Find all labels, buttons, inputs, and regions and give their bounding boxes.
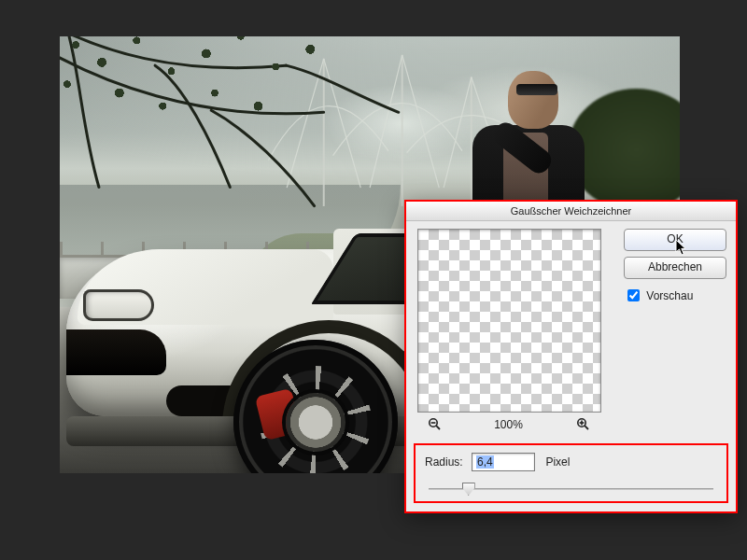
zoom-level: 100% [467,418,551,431]
cancel-button[interactable]: Abbrechen [624,257,726,279]
headlight [83,289,154,321]
preview-checkbox[interactable]: Vorschau [624,287,693,304]
zoom-out-icon[interactable] [428,417,441,433]
sunglasses-icon [516,84,557,95]
radius-slider[interactable] [429,483,713,496]
svg-line-4 [585,426,588,429]
svg-line-1 [436,426,440,429]
radius-unit: Pixel [545,455,570,469]
radius-input[interactable]: 6,4 [472,453,535,471]
ok-button[interactable]: OK [624,229,726,251]
radius-group: Radius: 6,4 Pixel [414,443,728,503]
zoom-in-icon[interactable] [576,417,589,433]
filter-preview[interactable] [417,229,601,413]
radius-label: Radius: [425,455,463,469]
preview-checkbox-label: Vorschau [646,289,693,302]
preview-checkbox-input[interactable] [627,289,640,301]
dialog-title: Gaußscher Weichzeichner [406,202,736,221]
slider-thumb[interactable] [462,483,475,496]
gaussian-blur-dialog: Gaußscher Weichzeichner 100% OK Abbreche… [404,200,738,513]
